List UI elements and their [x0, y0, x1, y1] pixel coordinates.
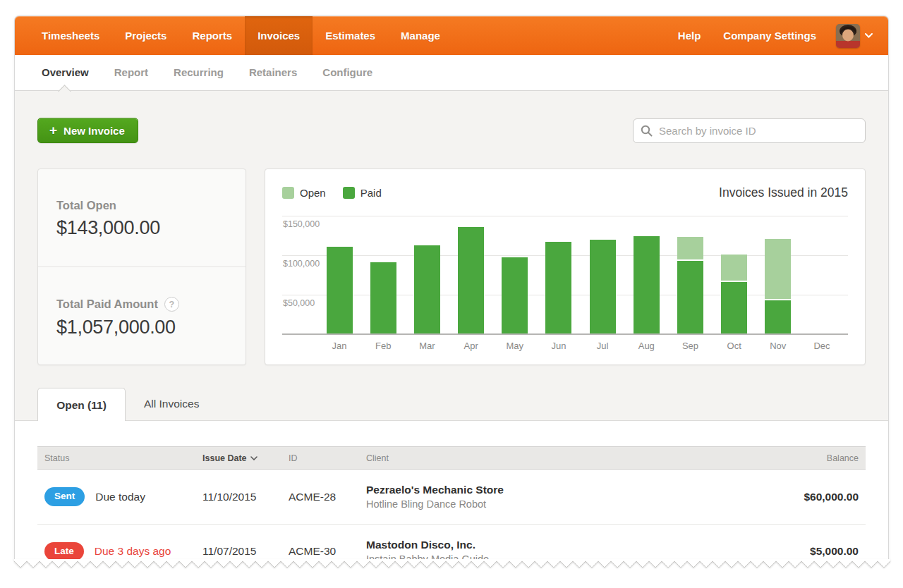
x-axis-label: Mar: [405, 341, 449, 351]
status-badge-late: Late: [44, 542, 84, 560]
summary-and-chart-row: Total Open $143,000.00 Total Paid Amount…: [37, 169, 866, 365]
invoice-table: Status Issue Date ID Client Balance Sent…: [37, 446, 866, 560]
x-axis-label: Oct: [713, 341, 756, 351]
client-name: Pezraelo's Mechanic Store: [366, 484, 725, 496]
bar-segment-paid: [765, 300, 791, 333]
x-axis-label: Sep: [668, 341, 712, 351]
bar-segment-open: [677, 237, 703, 261]
chart-column: [668, 237, 712, 333]
x-axis-label: Jul: [581, 341, 624, 351]
y-tick-50k: $50,000: [283, 298, 315, 308]
nav-right-group: Help Company Settings: [669, 16, 873, 55]
issue-date-label: Issue Date: [202, 453, 247, 463]
status-badge-sent: Sent: [44, 487, 85, 506]
status-cell: Late Due 3 days ago: [37, 542, 195, 560]
x-axis-label: Apr: [449, 341, 493, 351]
x-axis-baseline: [282, 333, 848, 335]
nav-item-projects[interactable]: Projects: [112, 16, 179, 55]
column-header-balance: Balance: [725, 453, 866, 463]
chart-bars: [317, 211, 844, 333]
subnav-item-recurring[interactable]: Recurring: [161, 55, 236, 90]
top-navigation: Timesheets Projects Reports Invoices Est…: [15, 16, 888, 55]
legend-open-label: Open: [300, 187, 326, 199]
app-window: Timesheets Projects Reports Invoices Est…: [14, 16, 889, 561]
balance-cell: $5,000.00: [725, 545, 866, 558]
bar-segment-paid: [721, 282, 747, 333]
bar-segment-paid: [677, 261, 703, 333]
issue-date-cell: 11/10/2015: [195, 491, 281, 503]
chevron-down-icon: [865, 33, 873, 38]
invoice-id-cell: ACME-30: [281, 545, 359, 558]
table-row[interactable]: Late Due 3 days ago 11/07/2015 ACME-30 M…: [37, 524, 866, 560]
main-nav-list: Timesheets Projects Reports Invoices Est…: [29, 16, 453, 55]
x-axis-labels: JanFebMarAprMayJunJulAugSepOctNovDec: [317, 341, 844, 351]
chart-plot-area: $150,000 $100,000 $50,000: [282, 211, 848, 335]
subnav-overview-label: Overview: [42, 66, 89, 78]
total-paid-value: $1,057,000.00: [56, 317, 227, 338]
bar-segment-paid: [634, 236, 660, 333]
tab-all-invoices[interactable]: All Invoices: [126, 398, 217, 420]
new-invoice-button[interactable]: + New Invoice: [37, 118, 138, 143]
subnav-item-report[interactable]: Report: [102, 55, 161, 90]
y-tick-150k: $150,000: [283, 219, 320, 229]
due-text: Due 3 days ago: [95, 545, 171, 558]
x-axis-label: Dec: [800, 341, 844, 351]
column-header-id: ID: [281, 453, 359, 463]
sub-navigation: Overview Report Recurring Retainers Conf…: [15, 55, 888, 91]
nav-item-reports[interactable]: Reports: [179, 16, 245, 55]
total-open-label: Total Open: [56, 199, 227, 212]
subnav-item-retainers[interactable]: Retainers: [236, 55, 310, 90]
total-paid-label: Total Paid Amount: [56, 298, 158, 311]
nav-item-help[interactable]: Help: [669, 30, 710, 42]
legend-item-paid: Paid: [343, 187, 382, 199]
nav-item-company-settings[interactable]: Company Settings: [715, 30, 825, 42]
x-axis-label: Feb: [361, 341, 405, 351]
client-cell: Mastodon Disco, Inc. Instain Babby Media…: [359, 539, 725, 561]
legend-item-open: Open: [282, 187, 326, 199]
column-header-issue-date[interactable]: Issue Date: [195, 453, 281, 463]
main-content: + New Invoice Total Open $143,000.00: [15, 91, 888, 420]
new-invoice-label: New Invoice: [63, 125, 125, 137]
subnav-item-configure[interactable]: Configure: [310, 55, 385, 90]
search-icon: [641, 125, 653, 137]
client-project: Hotline Bling Dance Robot: [366, 498, 725, 510]
total-paid-section: Total Paid Amount ? $1,057,000.00: [38, 267, 246, 365]
legend-paid-label: Paid: [360, 187, 382, 199]
bar-segment-paid: [590, 240, 616, 333]
help-question-icon[interactable]: ?: [164, 297, 179, 312]
bar-segment-paid: [502, 257, 528, 333]
table-row[interactable]: Sent Due today 11/10/2015 ACME-28 Pezrae…: [37, 470, 866, 524]
torn-fill: [14, 559, 890, 568]
table-header-row: Status Issue Date ID Client Balance: [37, 446, 866, 470]
balance-cell: $60,000.00: [725, 491, 866, 503]
due-text: Due today: [95, 491, 145, 503]
tab-open-invoices[interactable]: Open (11): [37, 388, 126, 421]
chart-column: [317, 247, 361, 333]
user-menu[interactable]: [830, 24, 873, 48]
x-axis-label: May: [493, 341, 537, 351]
status-cell: Sent Due today: [37, 487, 195, 506]
chart-legend: Open Paid: [282, 187, 382, 199]
nav-item-timesheets[interactable]: Timesheets: [29, 16, 112, 55]
open-swatch-icon: [282, 187, 294, 199]
torn-paper-edge: [14, 559, 890, 570]
subnav-item-overview[interactable]: Overview: [29, 55, 102, 90]
search-input[interactable]: [633, 118, 866, 143]
nav-item-estimates[interactable]: Estimates: [313, 16, 388, 55]
x-axis-label: Nov: [756, 341, 800, 351]
column-header-client: Client: [359, 453, 725, 463]
invoice-table-section: Status Issue Date ID Client Balance Sent…: [15, 420, 888, 560]
chart-column: [361, 262, 405, 333]
search-box: [633, 118, 866, 143]
total-open-value: $143,000.00: [56, 217, 227, 239]
chart-column: [537, 242, 581, 333]
nav-item-invoices[interactable]: Invoices: [245, 16, 313, 55]
plus-icon: +: [49, 123, 57, 137]
nav-item-manage[interactable]: Manage: [388, 16, 453, 55]
total-open-section: Total Open $143,000.00: [38, 169, 246, 267]
chart-column: [405, 245, 449, 333]
client-name: Mastodon Disco, Inc.: [366, 539, 725, 551]
avatar[interactable]: [836, 24, 860, 48]
paid-swatch-icon: [343, 187, 355, 199]
invoice-list-tabs: Open (11) All Invoices: [37, 387, 866, 420]
